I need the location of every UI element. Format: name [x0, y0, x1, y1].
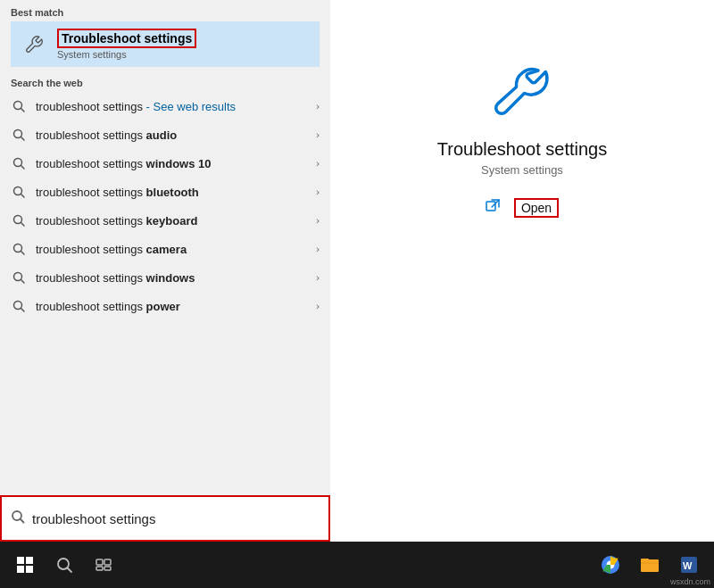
svg-line-3: [21, 137, 25, 141]
search-icon: [11, 155, 27, 171]
best-match-title: Troubleshoot settings: [57, 29, 196, 48]
search-result-text: troubleshoot settings power: [36, 300, 312, 313]
svg-line-1: [21, 109, 25, 112]
svg-line-5: [21, 166, 25, 170]
best-match-subtitle: System settings: [57, 49, 196, 60]
start-button[interactable]: [9, 549, 41, 581]
list-item[interactable]: troubleshoot settings windows 10 ›: [0, 149, 330, 178]
chevron-icon: ›: [316, 101, 320, 112]
task-view-icon[interactable]: [87, 549, 120, 581]
file-explorer-icon[interactable]: [634, 549, 666, 581]
search-result-text: troubleshoot settings windows 10: [36, 157, 312, 170]
right-panel: Troubleshoot settings System settings Op…: [330, 0, 714, 542]
svg-text:W: W: [683, 560, 693, 571]
search-icon: [11, 127, 27, 143]
open-button[interactable]: Open: [514, 198, 559, 218]
search-icon: [11, 269, 27, 286]
list-item[interactable]: troubleshoot settings bluetooth ›: [0, 178, 330, 206]
list-item[interactable]: troubleshoot settings camera ›: [0, 235, 330, 263]
list-item[interactable]: troubleshoot settings power ›: [0, 292, 330, 320]
svg-line-13: [21, 280, 25, 284]
search-result-text: troubleshoot settings - See web results: [36, 100, 312, 113]
svg-line-9: [21, 223, 25, 227]
search-result-text: troubleshoot settings camera: [36, 243, 312, 256]
chevron-icon: ›: [316, 272, 320, 283]
svg-line-11: [21, 252, 25, 255]
web-link-text: - See web results: [146, 100, 236, 113]
search-icon: [11, 184, 27, 200]
best-match-item[interactable]: Troubleshoot settings System settings: [11, 21, 320, 67]
chevron-icon: ›: [316, 158, 320, 169]
wrench-icon: [20, 30, 48, 59]
svg-rect-23: [26, 566, 33, 573]
detail-actions: Open: [486, 198, 559, 218]
chevron-icon: ›: [316, 186, 320, 197]
detail-wrench-icon: [486, 54, 558, 125]
list-item[interactable]: troubleshoot settings windows ›: [0, 263, 330, 292]
svg-line-15: [21, 309, 25, 312]
search-result-text: troubleshoot settings windows: [36, 271, 312, 285]
best-match-section: Best match Troubleshoot settings System …: [0, 0, 330, 70]
svg-rect-29: [104, 567, 111, 570]
best-match-label: Best match: [11, 7, 320, 18]
svg-rect-20: [17, 557, 24, 564]
svg-rect-26: [96, 559, 103, 565]
open-external-icon: [486, 199, 500, 217]
best-match-text: Troubleshoot settings System settings: [57, 29, 196, 60]
list-item[interactable]: troubleshoot settings audio ›: [0, 120, 330, 149]
search-icon: [11, 212, 27, 228]
svg-rect-28: [96, 567, 103, 570]
detail-subtitle: System settings: [481, 163, 563, 177]
chevron-icon: ›: [316, 244, 320, 254]
search-result-text: troubleshoot settings bluetooth: [36, 186, 312, 199]
svg-rect-33: [641, 559, 649, 562]
search-input[interactable]: [32, 511, 320, 526]
svg-rect-18: [486, 202, 495, 211]
svg-line-25: [68, 568, 72, 573]
word-icon[interactable]: W: [673, 549, 705, 581]
search-icon: [11, 298, 27, 314]
search-result-text: troubleshoot settings keyboard: [36, 214, 312, 228]
chrome-icon[interactable]: [594, 549, 627, 581]
svg-rect-22: [17, 566, 24, 573]
svg-rect-21: [26, 557, 33, 564]
search-result-list: troubleshoot settings - See web results …: [0, 92, 330, 495]
taskbar-search-icon[interactable]: [48, 549, 80, 581]
search-bar-icon: [11, 509, 25, 527]
svg-line-17: [21, 519, 24, 523]
search-icon: [11, 241, 27, 257]
chevron-icon: ›: [316, 129, 320, 140]
svg-line-7: [21, 195, 25, 198]
list-item[interactable]: troubleshoot settings keyboard ›: [0, 206, 330, 235]
left-panel: Best match Troubleshoot settings System …: [0, 0, 330, 542]
search-result-text: troubleshoot settings audio: [36, 128, 312, 142]
search-web-label: Search the web: [0, 70, 330, 92]
detail-title: Troubleshoot settings: [437, 139, 607, 160]
watermark: wsxdn.com: [670, 577, 710, 586]
chevron-icon: ›: [316, 215, 320, 226]
svg-rect-27: [104, 559, 111, 565]
taskbar: W wsxdn.com: [0, 542, 714, 588]
search-icon: [11, 98, 27, 114]
search-bar-container: [0, 495, 330, 542]
chevron-icon: ›: [316, 301, 320, 311]
list-item[interactable]: troubleshoot settings - See web results …: [0, 92, 330, 120]
